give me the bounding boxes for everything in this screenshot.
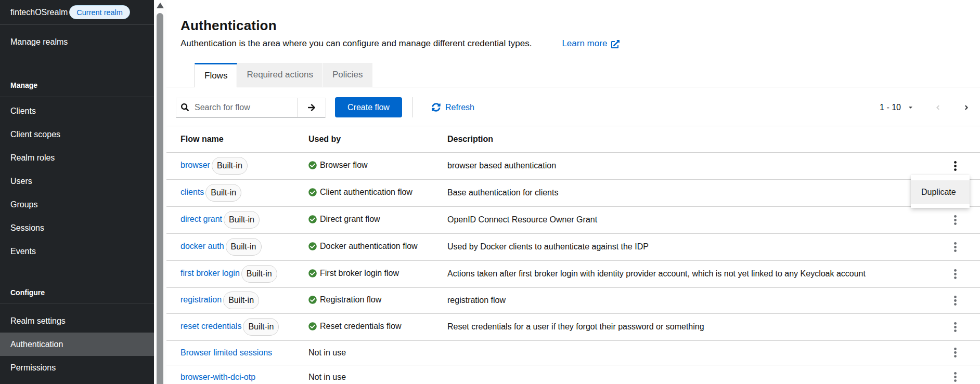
kebab-icon bbox=[954, 269, 957, 279]
toolbar-divider bbox=[412, 97, 412, 117]
sidebar-item-clients[interactable]: Clients bbox=[0, 99, 154, 123]
search-group bbox=[176, 98, 326, 117]
table-header-row: Flow name Used by Description bbox=[166, 126, 980, 152]
sidebar-item-sessions[interactable]: Sessions bbox=[0, 216, 154, 240]
kebab-menu-button[interactable] bbox=[950, 294, 961, 308]
kebab-icon bbox=[954, 348, 957, 357]
flows-table-body: browserBuilt-in Browser flow browser bas… bbox=[166, 152, 980, 384]
search-input[interactable] bbox=[189, 103, 298, 112]
caret-down-icon bbox=[908, 104, 913, 110]
table-row: direct grantBuilt-in Direct grant flow O… bbox=[166, 206, 980, 233]
pagination-range: 1 - 10 bbox=[880, 103, 901, 112]
builtin-badge: Built-in bbox=[223, 292, 259, 309]
flow-name-link[interactable]: first broker login bbox=[180, 269, 240, 277]
sidebar-item-client-scopes[interactable]: Client scopes bbox=[0, 123, 154, 146]
flow-name-link[interactable]: Browser limited sessions bbox=[180, 348, 272, 357]
check-circle-icon bbox=[308, 269, 317, 277]
search-submit-button[interactable] bbox=[298, 98, 325, 117]
scrollbar-thumb[interactable] bbox=[157, 13, 163, 384]
used-by-text: Registration flow bbox=[320, 295, 381, 304]
refresh-link[interactable]: Refresh bbox=[432, 103, 474, 112]
kebab-menu-button[interactable] bbox=[950, 240, 961, 254]
flow-name-link[interactable]: reset credentials bbox=[180, 322, 241, 330]
pagination: 1 - 10 bbox=[880, 103, 969, 112]
table-row: docker authBuilt-in Docker authenticatio… bbox=[166, 233, 980, 260]
used-by-text: Reset credentials flow bbox=[320, 322, 402, 331]
current-realm-badge: Current realm bbox=[69, 5, 130, 19]
sidebar-group-title-manage: Manage bbox=[0, 80, 154, 90]
row-context-menu: Duplicate bbox=[911, 175, 970, 208]
main-content: Authentication Authentication is the are… bbox=[166, 0, 980, 384]
sidebar-item-realm-roles[interactable]: Realm roles bbox=[0, 146, 154, 169]
tab-flows[interactable]: Flows bbox=[195, 63, 237, 87]
sidebar-item-groups[interactable]: Groups bbox=[0, 193, 154, 216]
check-circle-icon bbox=[308, 161, 317, 169]
table-row: Browser limited sessions Not in use bbox=[166, 340, 980, 365]
kebab-menu-button[interactable] bbox=[950, 370, 961, 384]
column-header-used-by: Used by bbox=[308, 126, 447, 152]
flow-description: Actions taken after first broker login w… bbox=[447, 260, 930, 287]
kebab-menu-button[interactable] bbox=[950, 267, 961, 281]
column-header-actions bbox=[930, 126, 980, 152]
check-circle-icon bbox=[308, 242, 317, 250]
flow-name-link[interactable]: browser-with-dci-otp bbox=[180, 373, 255, 381]
builtin-badge: Built-in bbox=[226, 238, 262, 256]
learn-more-link[interactable]: Learn more bbox=[562, 37, 620, 50]
sidebar-item-realm-settings[interactable]: Realm settings bbox=[0, 309, 154, 333]
used-by-text: Not in use bbox=[308, 373, 346, 382]
realm-selector[interactable]: fintechOSrealm Current realm bbox=[0, 0, 154, 25]
learn-more-label: Learn more bbox=[562, 37, 607, 50]
search-field bbox=[176, 98, 298, 117]
used-by-text: Docker authentication flow bbox=[320, 242, 418, 251]
kebab-menu-button[interactable] bbox=[950, 346, 961, 360]
tab-required-actions[interactable]: Required actions bbox=[237, 63, 323, 87]
flows-table: Flow name Used by Description browserBui… bbox=[166, 126, 980, 384]
flow-name-link[interactable]: registration bbox=[180, 295, 222, 304]
used-by-text: Not in use bbox=[308, 348, 346, 357]
tab-policies[interactable]: Policies bbox=[323, 63, 372, 87]
pagination-options-toggle[interactable] bbox=[908, 104, 913, 110]
create-flow-button[interactable]: Create flow bbox=[335, 97, 402, 117]
pagination-prev-button[interactable] bbox=[936, 104, 940, 111]
flow-name-link[interactable]: docker auth bbox=[180, 242, 224, 250]
pagination-next-button[interactable] bbox=[964, 104, 969, 111]
flow-name-link[interactable]: direct grant bbox=[180, 215, 222, 223]
realm-name: fintechOSrealm bbox=[10, 8, 68, 17]
kebab-menu-button[interactable] bbox=[950, 213, 961, 227]
used-by-text: First broker login flow bbox=[320, 269, 399, 278]
page-title: Authentication bbox=[180, 17, 980, 34]
flow-description: registration flow bbox=[447, 287, 930, 313]
tab-bar: Flows Required actions Policies bbox=[166, 63, 980, 87]
arrow-right-icon bbox=[307, 103, 316, 112]
toolbar: Create flow Refresh 1 - 10 bbox=[166, 97, 980, 117]
refresh-icon bbox=[432, 103, 441, 112]
table-row: registrationBuilt-in Registration flow r… bbox=[166, 287, 980, 313]
sidebar-item-events[interactable]: Events bbox=[0, 240, 154, 263]
sidebar-item-users[interactable]: Users bbox=[0, 169, 154, 193]
vertical-scrollbar[interactable] bbox=[154, 0, 166, 384]
flow-name-link[interactable]: clients bbox=[180, 188, 204, 196]
context-menu-item-duplicate[interactable]: Duplicate bbox=[911, 180, 970, 204]
used-by-text: Direct grant flow bbox=[320, 215, 380, 224]
kebab-menu-button[interactable] bbox=[950, 159, 961, 173]
sidebar-item-permissions[interactable]: Permissions bbox=[0, 356, 154, 379]
sidebar-item-manage-realms[interactable]: Manage realms bbox=[0, 30, 154, 55]
check-circle-icon bbox=[308, 215, 317, 223]
builtin-badge: Built-in bbox=[243, 318, 279, 336]
used-by-text: Client authentication flow bbox=[320, 188, 412, 197]
kebab-icon bbox=[954, 296, 957, 306]
column-header-flow-name: Flow name bbox=[166, 126, 308, 152]
page-description-text: Authentication is the area where you can… bbox=[180, 38, 532, 48]
kebab-menu-button[interactable] bbox=[950, 320, 961, 334]
flow-name-link[interactable]: browser bbox=[180, 161, 210, 169]
builtin-badge: Built-in bbox=[205, 184, 241, 202]
sidebar-nav-manage: Clients Client scopes Realm roles Users … bbox=[0, 99, 154, 263]
check-circle-icon bbox=[308, 188, 317, 196]
check-circle-icon bbox=[308, 322, 317, 330]
sidebar-item-authentication[interactable]: Authentication bbox=[0, 333, 154, 356]
flow-description: Base authentication for clients bbox=[447, 179, 930, 206]
builtin-badge: Built-in bbox=[212, 157, 248, 175]
scrollbar-up-arrow[interactable] bbox=[157, 3, 164, 8]
refresh-label: Refresh bbox=[445, 103, 474, 112]
used-by-text: Browser flow bbox=[320, 161, 368, 170]
